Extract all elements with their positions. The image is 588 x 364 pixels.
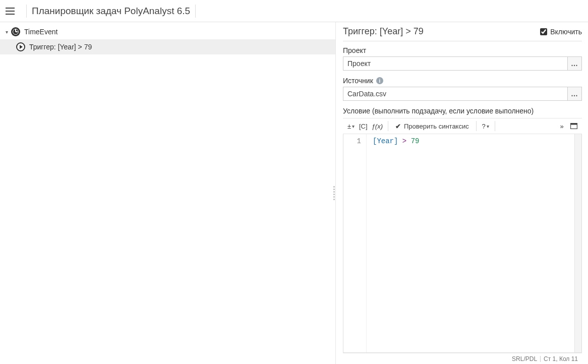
- separator: [195, 5, 196, 18]
- enable-checkbox[interactable]: Включить: [540, 28, 582, 36]
- condition-editor[interactable]: 1 [Year] > 79: [343, 134, 582, 353]
- source-browse-button[interactable]: …: [568, 87, 582, 101]
- details-header: Триггер: [Year] > 79 Включить: [343, 26, 582, 41]
- details-panel: Триггер: [Year] > 79 Включить Проект … И…: [336, 22, 588, 364]
- status-position: Ст 1, Кол 11: [544, 355, 578, 362]
- fx-button[interactable]: ƒ(x): [370, 120, 385, 132]
- project-browse-button[interactable]: …: [568, 56, 582, 71]
- project-input[interactable]: [343, 56, 568, 71]
- svg-rect-1: [571, 124, 577, 125]
- app-title: Планировщик задач PolyAnalyst 6.5: [32, 6, 190, 17]
- chevron-down-icon[interactable]: [4, 29, 9, 34]
- check-icon: ✔: [395, 123, 401, 130]
- line-number: 1: [343, 137, 361, 145]
- editor-code[interactable]: [Year] > 79: [367, 134, 581, 352]
- panel-splitter[interactable]: [332, 22, 336, 364]
- help-button[interactable]: ?▾: [480, 120, 492, 132]
- condition-toolbar: ±▾ [C] ƒ(x) ✔ Проверить синтаксис ?▾ »: [343, 118, 582, 134]
- editor-statusbar: SRL/PDL Ст 1, Кол 11: [343, 353, 582, 364]
- menu-icon[interactable]: [3, 4, 17, 18]
- tree-node-label: TimeEvent: [24, 28, 57, 36]
- info-icon[interactable]: i: [376, 77, 383, 84]
- project-label: Проект: [343, 46, 582, 54]
- tree-node-label: Триггер: [Year] > 79: [29, 43, 92, 51]
- source-label: Источник i: [343, 77, 582, 85]
- status-lang: SRL/PDL: [512, 355, 537, 362]
- play-circle-icon: [16, 42, 25, 51]
- column-button[interactable]: [C]: [357, 120, 370, 132]
- plusminus-button[interactable]: ±▾: [345, 120, 357, 132]
- separator: [26, 5, 27, 18]
- tree-node-root[interactable]: TimeEvent: [0, 24, 335, 39]
- separator: [495, 121, 495, 131]
- source-input[interactable]: [343, 87, 568, 101]
- enable-checkbox-label: Включить: [550, 28, 582, 36]
- editor-gutter: 1: [343, 134, 367, 352]
- overflow-button[interactable]: »: [556, 120, 568, 132]
- details-title: Триггер: [Year] > 79: [343, 26, 424, 37]
- enable-checkbox-input[interactable]: [540, 28, 547, 35]
- separator: [476, 121, 477, 131]
- maximize-button[interactable]: [568, 120, 580, 132]
- scrollbar[interactable]: [574, 134, 581, 352]
- separator: [388, 121, 388, 131]
- tree-node-trigger[interactable]: Триггер: [Year] > 79: [0, 39, 335, 54]
- separator: [540, 356, 541, 362]
- condition-label: Условие (выполнить подзадачу, если услов…: [343, 107, 582, 115]
- window-icon: [570, 123, 577, 129]
- task-tree-panel: TimeEvent Триггер: [Year] > 79: [0, 22, 336, 364]
- clock-icon: [11, 27, 20, 36]
- check-syntax-button[interactable]: ✔ Проверить синтаксис: [391, 120, 473, 132]
- topbar: Планировщик задач PolyAnalyst 6.5: [0, 0, 588, 22]
